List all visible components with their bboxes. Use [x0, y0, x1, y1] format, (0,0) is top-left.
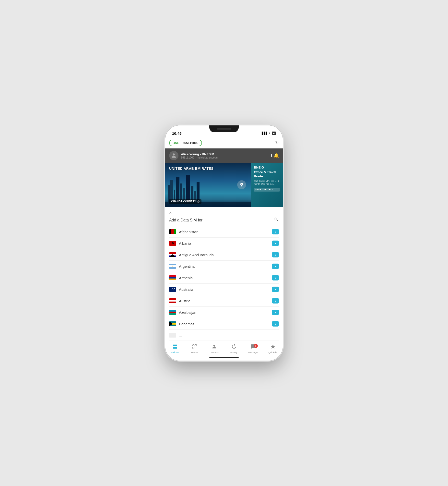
nav-label-contacts: Contacts	[210, 351, 219, 354]
flag-partial	[169, 333, 176, 338]
quickdial-icon	[270, 344, 276, 351]
country-item-australia[interactable]: ✦ ✦ ✦ ✦ Australia ›	[169, 284, 279, 295]
country-item-antigua[interactable]: Antigua And Barbuda ›	[169, 249, 279, 261]
home-bar	[209, 357, 239, 358]
phone-number: 555111000	[182, 141, 198, 145]
keypad-icon	[192, 344, 197, 351]
change-country-button[interactable]: CHANGE COUNTRY i	[169, 199, 201, 204]
nav-item-quickdial[interactable]: Quickdial	[263, 344, 283, 354]
banner-right[interactable]: BNE G Office & Travel Route BNE Guard VP…	[251, 163, 283, 207]
country-name-argentina: Argentina	[179, 264, 269, 268]
nav-item-selfcare[interactable]: Selfcare	[165, 344, 185, 354]
country-name-azerbaijan: Azerbaijan	[179, 310, 269, 315]
banner-area: United Arab Emirates CHANGE COUNTRY i BN…	[165, 163, 283, 207]
nav-item-messages[interactable]: 8 Messages	[244, 344, 263, 354]
status-icons: ▋▋▋ ⌖ ■	[262, 131, 276, 135]
battery-icon: ■	[272, 132, 276, 135]
account-info: Alice Young - BNESIM 555111000 - Individ…	[181, 152, 268, 159]
flag-armenia	[169, 275, 176, 280]
country-item-albania[interactable]: ✠ Albania ›	[169, 238, 279, 249]
history-icon	[231, 344, 236, 351]
contacts-icon	[212, 344, 217, 351]
arrow-austria[interactable]: ›	[272, 298, 279, 304]
bottom-nav: Selfcare Keypad Contacts History	[165, 342, 283, 355]
country-name-albania: Albania	[179, 241, 269, 245]
country-list: Afghanistan › ✠ Albania ›	[165, 226, 283, 342]
bne-label: BNE	[173, 141, 179, 145]
bne-badge[interactable]: BNE 555111000	[169, 140, 202, 146]
account-subtitle: 555111000 - Individual account	[181, 156, 268, 159]
country-name-partial: ...	[179, 333, 279, 337]
avatar	[169, 151, 178, 160]
arrow-armenia[interactable]: ›	[272, 275, 279, 280]
nav-item-keypad[interactable]: Keypad	[185, 344, 204, 354]
arrow-antigua[interactable]: ›	[272, 252, 279, 257]
arrow-azerbaijan[interactable]: ›	[272, 310, 279, 315]
flag-bahamas	[169, 321, 176, 326]
flag-antigua	[169, 252, 176, 257]
wifi-icon: ⌖	[269, 131, 271, 135]
arrow-afghanistan[interactable]: ›	[272, 229, 279, 234]
nav-label-messages: Messages	[248, 351, 258, 354]
country-item-argentina[interactable]: ☀ Argentina ›	[169, 261, 279, 272]
country-name-australia: Australia	[179, 287, 269, 292]
banner-right-subtitle: BNE Guard VPN pre-i... 1 month BNE Pro i…	[254, 180, 280, 186]
country-name-antigua: Antigua And Barbuda	[179, 253, 269, 257]
starting-from-label: STARTING FRO...	[254, 188, 280, 192]
selfcare-icon	[172, 344, 178, 351]
change-country-label: CHANGE COUNTRY	[171, 200, 196, 203]
country-item-austria[interactable]: Austria ›	[169, 295, 279, 307]
country-item-azerbaijan[interactable]: ☽ Azerbaijan ›	[169, 307, 279, 318]
nav-label-quickdial: Quickdial	[268, 351, 277, 354]
close-button[interactable]: ×	[169, 211, 172, 215]
flag-afghanistan	[169, 229, 176, 234]
banner-right-title: Office & Travel Route	[254, 170, 280, 179]
country-name-afghanistan: Afghanistan	[179, 230, 269, 234]
refresh-icon[interactable]: ↻	[275, 140, 279, 146]
speaker	[217, 128, 231, 130]
svg-text:i: i	[198, 201, 199, 202]
gps-icon	[237, 180, 246, 189]
messages-badge: 8	[254, 344, 258, 348]
bne-g-label: BNE G	[254, 166, 280, 169]
country-name-austria: Austria	[179, 299, 269, 303]
search-button[interactable]	[274, 217, 279, 223]
phone-frame: 10:45 ▋▋▋ ⌖ ■ BNE 555111000 ↻ Alice Youn…	[165, 125, 283, 361]
modal-panel: × Add a Data SIM for:	[165, 207, 283, 342]
status-time: 10:45	[172, 131, 181, 135]
home-indicator	[165, 355, 283, 361]
notification-area[interactable]: 3 🔔	[271, 153, 279, 158]
arrow-albania[interactable]: ›	[272, 241, 279, 246]
notch	[209, 125, 239, 132]
flag-austria	[169, 298, 176, 303]
flag-albania: ✠	[169, 241, 176, 246]
flag-azerbaijan: ☽	[169, 310, 176, 315]
account-row: Alice Young - BNESIM 555111000 - Individ…	[165, 148, 283, 163]
country-item-bahamas[interactable]: Bahamas ›	[169, 318, 279, 330]
bell-icon: 🔔	[273, 153, 279, 158]
flag-australia: ✦ ✦ ✦ ✦	[169, 287, 176, 292]
nav-label-keypad: Keypad	[191, 351, 199, 354]
banner-left[interactable]: United Arab Emirates CHANGE COUNTRY i	[165, 163, 251, 207]
nav-label-history: History	[230, 351, 237, 354]
banner-country-label: United Arab Emirates	[169, 167, 213, 170]
country-name-armenia: Armenia	[179, 276, 269, 280]
nav-item-contacts[interactable]: Contacts	[204, 344, 224, 354]
bne-divider	[181, 141, 181, 145]
modal-header: ×	[165, 207, 283, 217]
country-item-armenia[interactable]: Armenia ›	[169, 272, 279, 284]
account-name: Alice Young - BNESIM	[181, 152, 268, 156]
app-header: BNE 555111000 ↻	[165, 138, 283, 148]
modal-title-row: Add a Data SIM for:	[165, 217, 283, 226]
country-item-partial[interactable]: ...	[169, 330, 279, 341]
modal-title: Add a Data SIM for:	[169, 218, 204, 222]
arrow-australia[interactable]: ›	[272, 287, 279, 292]
nav-item-history[interactable]: History	[224, 344, 244, 354]
arrow-bahamas[interactable]: ›	[272, 321, 279, 327]
signal-icon: ▋▋▋	[262, 132, 268, 135]
nav-label-selfcare: Selfcare	[171, 351, 179, 354]
arrow-argentina[interactable]: ›	[272, 264, 279, 269]
notification-count: 3	[271, 154, 272, 158]
phone-screen: BNE 555111000 ↻ Alice Young - BNESIM 555…	[165, 138, 283, 361]
country-item-afghanistan[interactable]: Afghanistan ›	[169, 226, 279, 238]
